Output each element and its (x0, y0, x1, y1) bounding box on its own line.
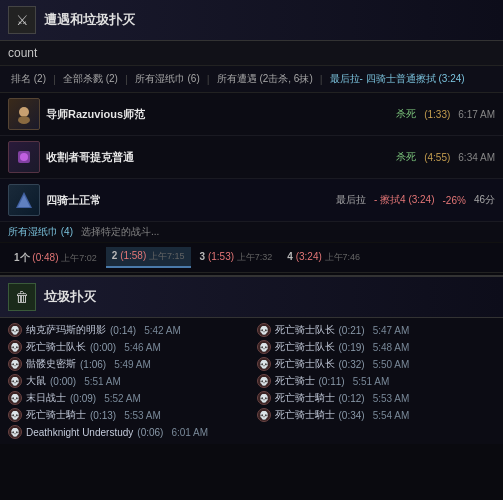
trash-icon-3: 💀 (8, 340, 22, 354)
section1-icon: ⚔ (8, 6, 36, 34)
encounter-info-2: 收割者哥提克普通 (46, 150, 268, 165)
encounter-time-1: 6:17 AM (458, 109, 495, 120)
trash-item-5: 💀 骷髅史密斯 (1:06) 5:49 AM (8, 356, 247, 372)
section2-title: 垃圾扑灭 (44, 288, 96, 306)
encounter-info-3: 四骑士正常 (46, 193, 268, 208)
trash-item-7: 💀 大鼠 (0:00) 5:51 AM (8, 373, 247, 389)
filter-napkins[interactable]: 所有湿纸巾 (6) (132, 71, 203, 87)
encounter-row-1[interactable]: 导师Razuvious师范 杀死 (1:33) 6:17 AM (0, 93, 503, 136)
filter-lastpull[interactable]: 最后拉- 四骑士普通擦拭 (3:24) (327, 71, 468, 87)
encounter-row-2[interactable]: 收割者哥提克普通 杀死 (4:55) 6:34 AM (0, 136, 503, 179)
trash-item-10: 💀 死亡骑士騎士 (0:12) 5:53 AM (257, 390, 496, 406)
encounter-result-1: 杀死 (396, 107, 416, 121)
trash-item-8: 💀 死亡骑士 (0:11) 5:51 AM (257, 373, 496, 389)
trash-item-6: 💀 死亡骑士队长 (0:32) 5:50 AM (257, 356, 496, 372)
encounter-wipe-3: - 擦拭4 (3:24) (374, 193, 435, 207)
napkin-count[interactable]: 所有湿纸巾 (4) (8, 225, 73, 239)
encounter-name-1: 导师Razuvious师范 (46, 107, 268, 122)
encounter-percent-3: -26% (443, 195, 466, 206)
section2-header: 🗑 垃圾扑灭 (0, 275, 503, 318)
trash-item-4: 💀 死亡骑士队长 (0:19) 5:48 AM (257, 339, 496, 355)
encounter-score-3: 46分 (474, 193, 495, 207)
trash-item-11: 💀 死亡骑士騎士 (0:13) 5:53 AM (8, 407, 247, 423)
pull-2[interactable]: 2 (1:58) 上午7:15 (106, 247, 191, 268)
svg-point-0 (19, 107, 29, 117)
encounter-name-2: 收割者哥提克普通 (46, 150, 268, 165)
encounter-name-3: 四骑士正常 (46, 193, 268, 208)
encounter-avatar-2 (8, 141, 40, 173)
napkin-select[interactable]: 选择特定的战斗... (81, 225, 159, 239)
encounter-duration-2: (4:55) (424, 152, 450, 163)
encounter-meta-3: 最后拉 - 擦拭4 (3:24) -26% 46分 (274, 193, 496, 207)
section1-header: ⚔ 遭遇和垃圾扑灭 (0, 0, 503, 41)
trash-icon-10: 💀 (257, 391, 271, 405)
section1-title: 遭遇和垃圾扑灭 (44, 11, 135, 29)
trash-icon-12: 💀 (257, 408, 271, 422)
trash-icon-4: 💀 (257, 340, 271, 354)
filter-bar[interactable]: 排名 (2) | 全部杀戮 (2) | 所有湿纸巾 (6) | 所有遭遇 (2击… (0, 66, 503, 93)
encounter-duration-1: (1:33) (424, 109, 450, 120)
encounter-info-1: 导师Razuvious师范 (46, 107, 268, 122)
trash-icon-2: 💀 (257, 323, 271, 337)
trash-icon-11: 💀 (8, 408, 22, 422)
trash-icon-13: 💀 (8, 425, 22, 439)
svg-point-3 (20, 153, 28, 161)
filter-encounters[interactable]: 所有遭遇 (2击杀, 6抹) (214, 71, 316, 87)
svg-point-1 (18, 116, 30, 124)
trash-icon-8: 💀 (257, 374, 271, 388)
trash-item-3: 💀 死亡骑士队长 (0:00) 5:46 AM (8, 339, 247, 355)
count-bar: count (0, 41, 503, 66)
pulls-bar[interactable]: 1个 (0:48) 上午7:02 2 (1:58) 上午7:15 3 (1:53… (0, 243, 503, 273)
trash-item-9: 💀 末日战士 (0:09) 5:52 AM (8, 390, 247, 406)
encounter-result-label-3: 最后拉 (336, 193, 366, 207)
trash-item-2: 💀 死亡骑士队长 (0:21) 5:47 AM (257, 322, 496, 338)
count-label: count (8, 46, 37, 60)
pull-4[interactable]: 4 (3:24) 上午7:46 (281, 248, 366, 267)
trash-item-1: 💀 纳克萨玛斯的明影 (0:14) 5:42 AM (8, 322, 247, 338)
section2-icon: 🗑 (8, 283, 36, 311)
filter-ranking[interactable]: 排名 (2) (8, 71, 49, 87)
encounter-row-3[interactable]: 四骑士正常 最后拉 - 擦拭4 (3:24) -26% 46分 (0, 179, 503, 222)
encounter-meta-1: 杀死 (1:33) 6:17 AM (274, 107, 496, 121)
encounter-avatar-1 (8, 98, 40, 130)
filter-kills[interactable]: 全部杀戮 (2) (60, 71, 121, 87)
encounter-avatar-3 (8, 184, 40, 216)
trash-item-12: 💀 死亡骑士騎士 (0:34) 5:54 AM (257, 407, 496, 423)
encounter-result-2: 杀死 (396, 150, 416, 164)
pull-1[interactable]: 1个 (0:48) 上午7:02 (8, 248, 103, 268)
napkin-row: 所有湿纸巾 (4) 选择特定的战斗... (0, 222, 503, 243)
trash-icon-9: 💀 (8, 391, 22, 405)
filter-ranking-count: (2) (34, 73, 46, 84)
trash-icon-7: 💀 (8, 374, 22, 388)
trash-list: 💀 纳克萨玛斯的明影 (0:14) 5:42 AM 💀 死亡骑士队长 (0:21… (0, 318, 503, 444)
trash-icon-1: 💀 (8, 323, 22, 337)
pull-3[interactable]: 3 (1:53) 上午7:32 (194, 248, 279, 267)
trash-icon-5: 💀 (8, 357, 22, 371)
encounter-meta-2: 杀死 (4:55) 6:34 AM (274, 150, 496, 164)
trash-item-13: 💀 Deathknight Understudy (0:06) 6:01 AM (8, 424, 247, 440)
trash-icon-6: 💀 (257, 357, 271, 371)
encounter-time-2: 6:34 AM (458, 152, 495, 163)
